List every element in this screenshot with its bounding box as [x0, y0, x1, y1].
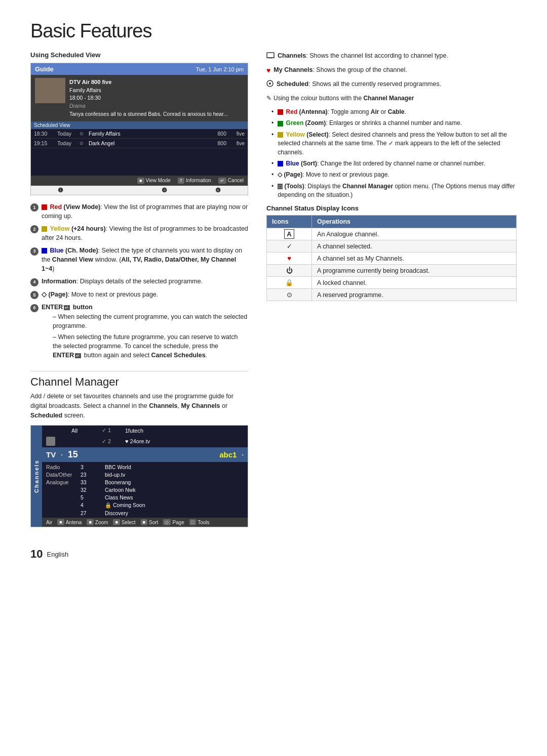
table-row: ♥ A channel set as My Channels. [267, 253, 517, 265]
channel-manager-desc: Add / delete or set favourites channels … [30, 392, 248, 420]
table-row: 🔒 A locked channel. [267, 277, 517, 289]
blue-sq-icon [42, 248, 47, 254]
scheduled-view-bar: Scheduled View [31, 121, 248, 129]
prog-genre: Drama [69, 102, 228, 110]
ch-sub-row: 5 Class News [42, 493, 248, 501]
heart-icon: ♥ [266, 65, 270, 75]
guide-rows: 18:30 Today ⊙ Family Affairs 800 five 19… [31, 129, 248, 176]
table-row: ✓ A channel selected. [267, 240, 517, 253]
table-row: ⏻ A programme currently being broadcast. [267, 265, 517, 277]
scheduled-view-label: Using Scheduled View [30, 51, 248, 59]
ch-sub-row: Radio 3 BBC World [42, 463, 248, 471]
ch-all-row-2: ✓ 2 ♥ 24ore.tv [42, 435, 248, 447]
yellow-icon [278, 132, 283, 138]
right-column: Channels: Shows the channel list accordi… [266, 51, 517, 532]
svg-rect-0 [267, 53, 274, 58]
page-footer: 10 English [30, 548, 517, 561]
ch-tv-row: TV · 15 abc1 · [42, 447, 248, 462]
status-op-reserved: A reserved programme. [312, 289, 517, 301]
green-icon [278, 121, 283, 127]
bullets-list: 1 Red (View Mode): View the list of prog… [30, 202, 248, 362]
sub-bullets-list: Red (Antenna): Toggle among Air or Cable… [271, 108, 517, 200]
scheduled-icon [266, 80, 274, 90]
right-bullets: Channels: Shows the channel list accordi… [266, 51, 517, 90]
blue-icon [278, 161, 283, 166]
ch-sub-row: 32 Cartoon Nwk [42, 486, 248, 493]
sub-bullet-yellow: Yellow (Select): Select desired channels… [271, 131, 517, 157]
guide-preview: DTV Air 800 five Family Affairs 18:00 - … [31, 75, 248, 121]
guide-date: Tue, 1 Jun 2:10 pm [196, 66, 244, 72]
guide-row: 19:15 Today ⊙ Dark Angel 800 five [31, 139, 248, 148]
sub-bullet-page: ◇ (Page): Move to next or previous page. [271, 171, 517, 179]
thumb-icon [46, 437, 55, 446]
status-op-analogue: An Analogue channel. [312, 228, 517, 240]
status-icon-locked: 🔒 [267, 277, 312, 289]
guide-labels: ❶ ❹ ❻ [31, 186, 248, 195]
left-column: Using Scheduled View Guide Tue, 1 Jun 2:… [30, 51, 248, 532]
channel-box: Channels All ✓ 1 1futech ✓ 2 ♥ [30, 425, 248, 527]
sub-bullet-green: Green (Zoom): Enlarges or shrinks a chan… [271, 119, 517, 128]
red-icon [278, 109, 283, 115]
svg-point-5 [269, 82, 271, 85]
bullet-6: 6 ENTER↵ button – When selecting the cur… [30, 303, 248, 362]
bullet-2: 2 Yellow (+24 hours): Viewing the list o… [30, 224, 248, 242]
status-table-header-operations: Operations [312, 216, 517, 228]
status-icon-broadcast: ⏻ [267, 265, 312, 277]
prog-time: 18:00 - 18:30 [69, 94, 228, 102]
sub-bullet-red: Red (Antenna): Toggle among Air or Cable… [271, 108, 517, 116]
channel-sidebar: Channels [31, 426, 42, 527]
guide-footer: ■ View Mode 7 Information ↵ Cancel [31, 176, 248, 186]
prog-show: Family Affairs [69, 87, 228, 95]
status-op-locked: A locked channel. [312, 277, 517, 289]
prog-title: DTV Air 800 five [69, 78, 228, 87]
guide-empty-row [31, 157, 248, 166]
table-row: A An Analogue channel. [267, 228, 517, 240]
table-row: ⊙ A reserved programme. [267, 289, 517, 301]
guide-box: Guide Tue, 1 Jun 2:10 pm DTV Air 800 fiv… [30, 63, 248, 195]
prog-desc: Tanya confesses all to a stunned Babs. C… [69, 110, 228, 118]
bullet-5: 5 ◇ (Page): Move to next or previous pag… [30, 290, 248, 300]
status-table: Icons Operations A An Analogue channel. … [266, 215, 517, 301]
channel-inner: All ✓ 1 1futech ✓ 2 ♥ 24ore.tv TV [42, 426, 248, 527]
note-line: ✎ Using the colour buttons with the Chan… [266, 94, 517, 103]
channel-manager-title: Channel Manager [30, 371, 248, 389]
bullet-3: 3 Blue (Ch. Mode): Select the type of ch… [30, 246, 248, 273]
sub-bullet-blue: Blue (Sort): Change the list ordered by … [271, 159, 517, 168]
status-table-title: Channel Status Display Icons [266, 204, 517, 212]
status-op-broadcast: A programme currently being broadcast. [312, 265, 517, 277]
sub-bullet-tools: □ (Tools): Displays the Channel Manager … [271, 182, 517, 200]
ch-all-row: All ✓ 1 1futech [42, 426, 248, 435]
ch-sub-row: 4 🔒 Coming Soon [42, 501, 248, 509]
bullet-4: 4 Information: Displays details of the s… [30, 277, 248, 286]
status-op-selected: A channel selected. [312, 240, 517, 253]
guide-title: Guide [35, 65, 54, 73]
mychannels-bullet: ♥ My Channels: Shows the group of the ch… [266, 65, 517, 75]
status-icon-analogue: A [267, 228, 312, 240]
page-number: 10 [30, 548, 43, 561]
yellow-sq-icon [42, 226, 47, 232]
status-icon-reserved: ⊙ [267, 289, 312, 301]
status-table-header-icons: Icons [267, 216, 312, 228]
status-icon-mychannels: ♥ [267, 253, 312, 265]
ch-sub-row: Analogue 33 Boonerang [42, 478, 248, 486]
note-icon: ✎ [266, 94, 271, 103]
channels-bullet: Channels: Shows the channel list accordi… [266, 51, 517, 61]
guide-empty-row [31, 166, 248, 176]
channel-footer: Air ■ Antena ■ Zoom ■ Select ■ Sort ◇ Pa… [42, 518, 248, 527]
ch-sub-rows: Radio 3 BBC World Data/Other 23 bid-up.t… [42, 462, 248, 518]
channels-icon [266, 52, 275, 61]
guide-preview-image [35, 78, 65, 103]
ch-sub-row: 27 Discovery [42, 509, 248, 517]
guide-empty-row [31, 148, 248, 157]
red-sq-icon [42, 204, 47, 210]
status-icon-selected: ✓ [267, 240, 312, 253]
page-title: Basic Features [30, 20, 517, 42]
tools-icon: □ [278, 184, 283, 189]
guide-preview-info: DTV Air 800 five Family Affairs 18:00 - … [69, 78, 228, 118]
channel-manager-section: Channel Manager Add / delete or set favo… [30, 371, 248, 527]
ch-sub-row: Data/Other 23 bid-up.tv [42, 471, 248, 478]
scheduled-bullet: Scheduled: Shows all the currently reser… [266, 79, 517, 90]
guide-row: 18:30 Today ⊙ Family Affairs 800 five [31, 129, 248, 139]
page-language: English [47, 551, 68, 558]
guide-header: Guide Tue, 1 Jun 2:10 pm [31, 63, 248, 75]
